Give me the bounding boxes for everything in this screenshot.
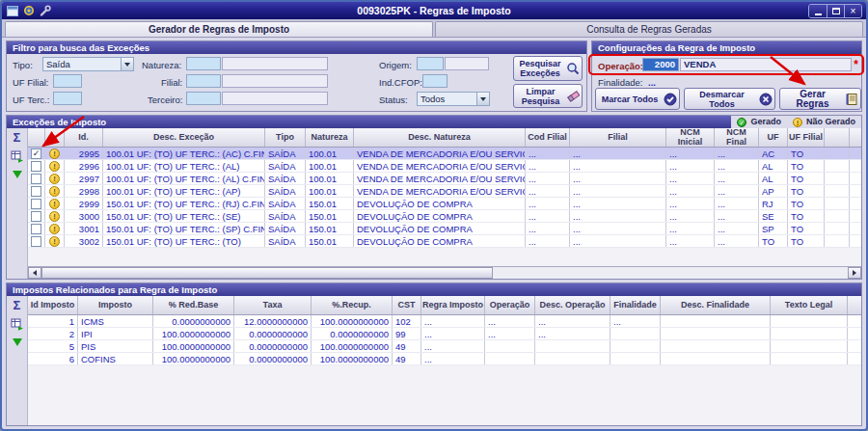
exception-cell: 100.01 UF: (TO) UF TERC.: (AL) C.FINAL <box>103 173 265 184</box>
tab-consulta-de-regras[interactable]: Consulta de Regras Geradas <box>435 21 863 37</box>
tipo-dropdown-button[interactable] <box>121 58 133 70</box>
sum-icon[interactable]: Σ <box>10 131 25 145</box>
terceiro-desc-input[interactable] <box>222 92 328 105</box>
row-checkbox[interactable] <box>31 236 41 247</box>
exception-cell: ... <box>666 185 715 197</box>
taxes-column-header[interactable]: Operação <box>485 296 535 314</box>
row-checkbox[interactable] <box>31 211 41 222</box>
scroll-track[interactable] <box>41 267 848 279</box>
exception-row[interactable]: !2996100.01 UF: (TO) UF TERC.: (AL)SAÍDA… <box>28 160 861 173</box>
exception-cell: ... <box>715 173 759 184</box>
exceptions-column-header[interactable]: Tipo <box>265 128 306 147</box>
exceptions-column-header[interactable]: Id. <box>65 128 103 147</box>
exception-cell: ... <box>715 185 759 197</box>
row-checkbox[interactable] <box>31 174 41 184</box>
uf-terc-input[interactable] <box>53 92 82 105</box>
tax-cell: 2 <box>28 328 78 339</box>
exception-row[interactable]: !3001150.01 UF: (TO) UF TERC.: (SP) C.FI… <box>28 223 861 235</box>
exceptions-column-header[interactable]: Cod Filial <box>526 128 570 147</box>
taxes-column-header[interactable]: Regra Imposto <box>421 296 485 314</box>
taxes-column-header[interactable]: %.Recup. <box>312 296 393 314</box>
exceptions-column-header[interactable]: NCM Final <box>715 128 759 147</box>
export-grid-icon[interactable] <box>10 149 25 163</box>
exception-select-cell <box>28 235 45 247</box>
taxes-column-header[interactable]: Finalidade <box>610 296 661 314</box>
terceiro-code-input[interactable] <box>186 92 221 105</box>
row-checkbox[interactable] <box>31 186 41 197</box>
marcar-todos-button[interactable]: Marcar Todos <box>595 88 680 110</box>
tax-row[interactable]: 1ICMS0.000000000012.0000000000100.000000… <box>28 315 861 328</box>
natureza-desc-input[interactable] <box>222 57 328 70</box>
taxes-column-header[interactable]: Desc. Operação <box>535 296 610 314</box>
operacao-code-input[interactable]: 2000 <box>642 58 679 71</box>
export-down-icon[interactable] <box>10 168 25 181</box>
close-button[interactable]: × <box>844 5 861 17</box>
finalidade-value[interactable]: ... <box>648 77 656 88</box>
minimize-button[interactable] <box>809 5 827 17</box>
origem-desc-input[interactable] <box>445 57 489 70</box>
taxes-column-header[interactable]: Desc. Finalidade <box>661 296 771 314</box>
tax-row[interactable]: 5PIS100.00000000000.0000000000100.000000… <box>28 340 861 353</box>
exceptions-column-header[interactable] <box>45 128 65 147</box>
exceptions-column-header[interactable] <box>28 128 45 147</box>
pesquisar-excecoes-button[interactable]: Pesquisar Exceções <box>513 56 583 81</box>
nao-gerado-status-icon: ! <box>49 236 60 247</box>
scroll-left-button[interactable] <box>28 267 41 279</box>
exception-row[interactable]: !2998100.01 UF: (TO) UF TERC.: (AP)SAÍDA… <box>28 185 861 198</box>
uf-filial-input[interactable] <box>53 74 82 88</box>
status-select[interactable]: Todos <box>417 92 490 106</box>
exception-row[interactable]: !2997100.01 UF: (TO) UF TERC.: (AL) C.FI… <box>28 173 861 185</box>
ind-cfop-input[interactable] <box>422 74 448 88</box>
tax-row[interactable]: 2IPI100.00000000000.00000000000.00000000… <box>28 328 861 340</box>
taxes-column-header[interactable]: Taxa <box>234 296 312 314</box>
row-checkbox[interactable] <box>31 199 41 209</box>
filial-desc-input[interactable] <box>222 74 328 88</box>
tax-row[interactable]: 6COFINS100.00000000000.0000000000100.000… <box>28 353 861 365</box>
origem-code-input[interactable] <box>417 57 444 70</box>
exceptions-horizontal-scrollbar[interactable] <box>28 266 861 279</box>
exceptions-column-header[interactable]: NCM Inicial <box>666 128 715 147</box>
maximize-button[interactable] <box>827 5 844 17</box>
exception-cell: VENDA DE MERCADORIA E/OU SERVIÇOS <box>354 173 526 184</box>
tipo-select[interactable]: Saída <box>42 57 134 71</box>
desmarcar-todos-button[interactable]: Desmarcar Todos <box>684 88 775 110</box>
taxes-column-header[interactable]: Imposto <box>78 296 153 314</box>
tax-cell: 49 <box>393 340 421 352</box>
exception-cell: ... <box>715 198 759 209</box>
exceptions-column-header[interactable] <box>825 128 850 147</box>
status-dropdown-button[interactable] <box>476 93 489 105</box>
exception-cell: 3001 <box>65 223 103 234</box>
row-checkbox[interactable]: ✓ <box>31 148 41 159</box>
exceptions-column-header[interactable]: UF Filial <box>788 128 825 147</box>
limpar-pesquisa-button[interactable]: Limpar Pesquisa <box>513 84 583 108</box>
taxes-column-header[interactable]: Id Imposto <box>28 296 78 314</box>
taxes-panel-title: Impostos Relacionados para Regra de Impo… <box>13 283 855 296</box>
exceptions-column-header[interactable]: Natureza <box>306 128 354 147</box>
exception-row[interactable]: ✓!2995100.01 UF: (TO) UF TERC.: (AC) C.F… <box>28 148 861 160</box>
finalidade-label: Finalidade: <box>598 77 642 88</box>
exceptions-column-header[interactable]: Desc. Natureza <box>354 128 526 147</box>
row-checkbox[interactable] <box>31 224 41 234</box>
exceptions-column-header[interactable]: Filial <box>570 128 666 147</box>
row-checkbox[interactable] <box>31 161 41 172</box>
scroll-thumb[interactable] <box>41 267 493 279</box>
taxes-column-header[interactable]: Texto Legal <box>771 296 848 314</box>
tab-gerador-de-regras[interactable]: Gerador de Regras de Imposto <box>5 21 433 37</box>
exception-row[interactable]: !3002150.01 UF: (TO) UF TERC.: (TO)SAÍDA… <box>28 235 861 248</box>
taxes-column-header[interactable]: % Red.Base <box>153 296 234 314</box>
exception-row[interactable]: !2999150.01 UF: (TO) UF TERC.: (RJ) C.FI… <box>28 198 861 210</box>
gerar-regras-button[interactable]: Gerar Regras <box>779 88 861 110</box>
tax-cell: 49 <box>393 353 421 364</box>
natureza-code-input[interactable] <box>186 57 221 70</box>
exceptions-column-header[interactable]: Desc. Exceção <box>103 128 265 147</box>
export-down-icon[interactable] <box>10 336 25 349</box>
operacao-desc-input[interactable]: VENDA <box>680 58 852 71</box>
exceptions-column-header[interactable]: UF <box>759 128 788 147</box>
filial-code-input[interactable] <box>186 74 221 88</box>
scroll-right-button[interactable] <box>848 267 861 279</box>
exception-row[interactable]: !3000150.01 UF: (TO) UF TERC.: (SE)SAÍDA… <box>28 210 861 223</box>
taxes-column-header[interactable]: CST <box>393 296 421 314</box>
sum-icon[interactable]: Σ <box>10 299 25 312</box>
operacao-label: Operação: <box>598 61 643 71</box>
export-grid-icon[interactable] <box>10 317 25 331</box>
